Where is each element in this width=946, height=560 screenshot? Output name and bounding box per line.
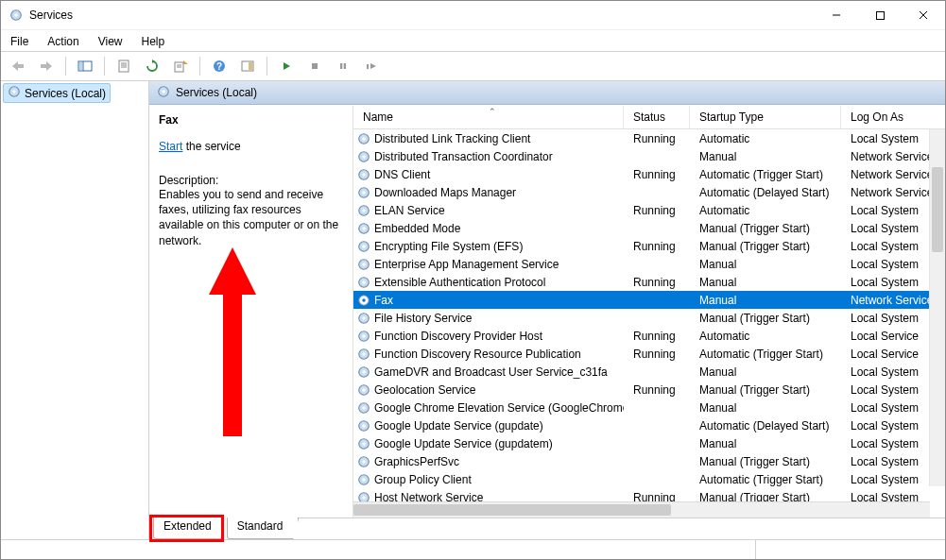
svg-rect-27 <box>344 63 346 69</box>
gear-icon <box>357 204 370 217</box>
gear-icon <box>357 348 370 361</box>
service-name: Google Update Service (gupdate) <box>374 419 543 433</box>
tree-pane: Services (Local) <box>1 81 149 539</box>
service-name: GameDVR and Broadcast User Service_c31fa <box>374 365 608 379</box>
service-logon: Local System <box>841 491 945 502</box>
show-hide-tree-button[interactable] <box>74 55 96 77</box>
service-row[interactable]: Google Update Service (gupdatem)ManualLo… <box>353 434 945 452</box>
service-name-cell: Google Update Service (gupdatem) <box>353 437 624 450</box>
svg-point-44 <box>362 209 366 212</box>
service-startup: Automatic <box>690 204 841 217</box>
svg-marker-29 <box>370 63 376 69</box>
service-name-cell: Group Policy Client <box>353 473 624 486</box>
service-startup: Manual (Trigger Start) <box>690 383 841 397</box>
tree-item-services-local[interactable]: Services (Local) <box>3 83 111 103</box>
svg-point-42 <box>362 191 366 195</box>
service-row[interactable]: DNS ClientRunningAutomatic (Trigger Star… <box>353 165 945 183</box>
svg-point-74 <box>362 478 366 482</box>
horizontal-scroll-thumb[interactable] <box>353 504 671 516</box>
statusbar <box>1 539 945 559</box>
service-row[interactable]: Downloaded Maps ManagerAutomatic (Delaye… <box>353 183 945 201</box>
service-row[interactable]: Distributed Transaction CoordinatorManua… <box>353 147 945 165</box>
service-row[interactable]: Google Chrome Elevation Service (GoogleC… <box>353 399 945 416</box>
svg-point-54 <box>362 298 366 302</box>
start-suffix: the service <box>182 140 240 153</box>
vertical-scroll-thumb[interactable] <box>932 167 943 252</box>
column-header-logon[interactable]: Log On As <box>841 106 945 128</box>
gear-icon <box>357 258 370 271</box>
service-name: Enterprise App Management Service <box>374 258 559 271</box>
menu-view[interactable]: View <box>95 33 127 50</box>
gear-icon <box>357 473 370 486</box>
gear-icon <box>8 85 21 101</box>
action-pane-button[interactable] <box>236 55 259 77</box>
gear-icon <box>357 437 370 450</box>
help-button[interactable]: ? <box>208 55 231 77</box>
minimize-button[interactable] <box>815 1 858 29</box>
service-row[interactable]: FaxManualNetwork Service <box>353 291 945 309</box>
service-row[interactable]: Group Policy ClientAutomatic (Trigger St… <box>353 470 945 488</box>
vertical-scrollbar[interactable] <box>929 129 945 486</box>
menu-action[interactable]: Action <box>43 33 82 50</box>
service-row[interactable]: Function Discovery Resource PublicationR… <box>353 345 945 363</box>
service-row[interactable]: Distributed Link Tracking ClientRunningA… <box>353 129 945 147</box>
svg-rect-25 <box>312 63 318 69</box>
service-row[interactable]: Function Discovery Provider HostRunningA… <box>353 327 945 345</box>
service-name: Group Policy Client <box>374 473 472 486</box>
refresh-button[interactable] <box>141 55 163 77</box>
service-row[interactable]: ELAN ServiceRunningAutomaticLocal System <box>353 201 945 219</box>
service-startup: Automatic (Trigger Start) <box>690 473 841 486</box>
svg-marker-6 <box>12 61 24 71</box>
svg-point-38 <box>362 155 366 159</box>
service-row[interactable]: Encrypting File System (EFS)RunningManua… <box>353 237 945 255</box>
restart-service-button[interactable] <box>360 55 383 77</box>
description-label: Description: <box>159 174 343 187</box>
service-row[interactable]: GraphicsPerfSvcManual (Trigger Start)Loc… <box>353 452 945 470</box>
horizontal-scrollbar[interactable] <box>353 501 930 518</box>
service-startup: Manual <box>690 437 841 450</box>
service-row[interactable]: Enterprise App Management ServiceManualL… <box>353 255 945 273</box>
stop-service-button[interactable] <box>303 55 326 77</box>
svg-point-60 <box>362 352 366 356</box>
column-header-startup[interactable]: Startup Type <box>690 106 841 128</box>
svg-point-76 <box>362 496 366 500</box>
pause-service-button[interactable] <box>332 55 354 77</box>
service-status: Running <box>624 383 690 397</box>
service-startup: Manual (Trigger Start) <box>690 240 841 253</box>
export-list-button[interactable] <box>169 55 192 77</box>
service-row[interactable]: Host Network ServiceRunningManual (Trigg… <box>353 488 945 501</box>
service-row[interactable]: GameDVR and Broadcast User Service_c31fa… <box>353 363 945 381</box>
svg-rect-28 <box>367 64 369 69</box>
service-name: Embedded Mode <box>374 222 460 235</box>
tab-standard[interactable]: Standard <box>227 518 300 539</box>
svg-point-1 <box>14 13 18 17</box>
forward-button[interactable] <box>35 55 58 77</box>
start-service-link[interactable]: Start <box>159 140 182 153</box>
service-startup: Manual <box>690 401 841 415</box>
gear-icon <box>357 491 370 502</box>
column-header-status[interactable]: Status <box>624 106 690 128</box>
back-button[interactable] <box>7 55 29 77</box>
column-header-name[interactable]: Name ⌃ <box>353 106 624 128</box>
gear-icon <box>357 455 370 468</box>
service-row[interactable]: Extensible Authentication ProtocolRunnin… <box>353 273 945 291</box>
tab-extended[interactable]: Extended <box>153 518 228 539</box>
service-row[interactable]: Geolocation ServiceRunningManual (Trigge… <box>353 381 945 399</box>
service-row[interactable]: Embedded ModeManual (Trigger Start)Local… <box>353 219 945 237</box>
service-row[interactable]: File History ServiceManual (Trigger Star… <box>353 309 945 327</box>
toolbar-separator <box>104 57 105 76</box>
svg-point-68 <box>362 424 366 428</box>
menu-help[interactable]: Help <box>138 33 169 50</box>
menu-file[interactable]: File <box>7 33 32 50</box>
detail-service-name: Fax <box>159 113 343 127</box>
service-name-cell: Encrypting File System (EFS) <box>353 240 624 253</box>
service-name: DNS Client <box>374 168 430 181</box>
service-row[interactable]: Google Update Service (gupdate)Automatic… <box>353 416 945 434</box>
start-service-button[interactable] <box>275 55 298 77</box>
close-button[interactable] <box>902 1 945 29</box>
sort-ascending-icon: ⌃ <box>489 107 496 116</box>
service-list[interactable]: Distributed Link Tracking ClientRunningA… <box>353 129 945 501</box>
properties-button[interactable] <box>112 55 135 77</box>
maximize-button[interactable] <box>858 1 902 29</box>
service-name-cell: Extensible Authentication Protocol <box>353 276 624 289</box>
